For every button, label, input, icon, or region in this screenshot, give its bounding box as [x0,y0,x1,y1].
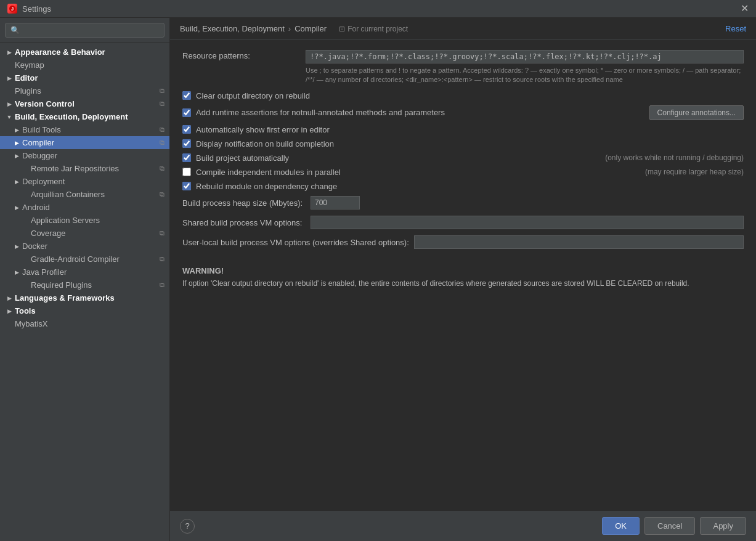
sidebar: Appearance & Behavior Keymap Editor Plug… [0,18,170,541]
warning-title: WARNING! [182,266,744,275]
sidebar-item-label: Editor [15,73,38,83]
sidebar-item-compiler[interactable]: Compiler ⧉ [0,136,169,149]
sidebar-item-arquillian[interactable]: Arquillian Containers ⧉ [0,188,169,201]
resource-patterns-row: Resource patterns: Use ; to separate pat… [182,50,744,85]
shared-vm-input[interactable] [311,216,744,229]
shared-vm-row: Shared build process VM options: [182,216,744,229]
add-runtime-label: Add runtime assertions for notnull-annot… [196,108,644,117]
heap-size-label: Build process heap size (Mbytes): [182,197,306,208]
sidebar-item-debugger[interactable]: Debugger [0,149,169,162]
sidebar-item-plugins[interactable]: Plugins ⧉ [0,84,169,97]
sidebar-item-label: Plugins [15,86,41,96]
sidebar-item-label: Keymap [15,60,44,70]
sidebar-item-gradle-android[interactable]: Gradle-Android Compiler ⧉ [0,253,169,266]
sidebar-item-editor[interactable]: Editor [0,71,169,84]
sidebar-item-android[interactable]: Android [0,201,169,214]
search-input[interactable] [5,23,165,38]
breadcrumb-parent: Build, Execution, Deployment [180,24,285,33]
resource-patterns-input[interactable] [306,50,744,63]
rebuild-module-row: Rebuild module on dependency change [182,182,744,191]
close-button[interactable]: ✕ [741,4,749,14]
sidebar-item-tools[interactable]: Tools [0,304,169,317]
sidebar-item-languages[interactable]: Languages & Frameworks [0,291,169,304]
copy-icon: ⧉ [160,139,165,147]
arrow-icon [12,152,21,160]
sidebar-item-label: Remote Jar Repositories [31,164,119,173]
build-auto-checkbox[interactable] [182,153,191,162]
sidebar-item-label: MybatisX [15,319,47,328]
compile-parallel-checkbox[interactable] [182,168,191,176]
sidebar-item-label: Java Profiler [22,267,67,277]
sidebar-item-version-control[interactable]: Version Control ⧉ [0,97,169,110]
sidebar-item-mybatisx[interactable]: MybatisX [0,317,169,330]
cancel-button[interactable]: Cancel [644,517,695,535]
copy-icon: ⧉ [160,190,165,198]
sidebar-item-remote-jar[interactable]: Remote Jar Repositories ⧉ [0,162,169,175]
copy-icon: ⧉ [160,100,165,108]
sidebar-item-appearance[interactable]: Appearance & Behavior [0,46,169,59]
content-body: Resource patterns: Use ; to separate pat… [170,40,756,510]
copy-icon: ⧉ [160,229,165,237]
breadcrumb-current: Compiler [295,24,327,33]
sidebar-item-label: Application Servers [31,216,100,225]
sidebar-item-app-servers[interactable]: Application Servers [0,214,169,227]
build-auto-note: (only works while not running / debuggin… [605,153,744,162]
window-title: Settings [22,4,51,14]
arrow-icon [12,242,21,251]
sidebar-item-java-profiler[interactable]: Java Profiler [0,266,169,279]
sidebar-item-build-exec[interactable]: Build, Execution, Deployment [0,110,169,123]
arrow-icon [12,268,21,277]
app-icon: J [7,4,17,14]
arrow-icon [5,48,14,57]
sidebar-item-label: Docker [22,242,47,251]
sidebar-item-deployment[interactable]: Deployment [0,175,169,188]
resource-patterns-field: Use ; to separate patterns and ! to nega… [306,50,744,85]
clear-output-checkbox[interactable] [182,91,191,100]
footer-buttons: OK Cancel Apply [602,517,746,535]
sidebar-item-label: Build Tools [22,125,61,134]
rebuild-module-checkbox[interactable] [182,182,191,190]
copy-icon: ⧉ [160,87,165,95]
clear-output-label: Clear output directory on rebuild [196,91,744,100]
copy-icon: ⧉ [160,255,165,263]
arrow-icon [5,74,14,83]
heap-size-input[interactable] [311,196,360,209]
build-auto-row: Build project automatically (only works … [182,153,744,163]
copy-icon: ⧉ [160,281,165,289]
user-vm-label: User-local build process VM options (ove… [182,237,409,247]
configure-annotations-button[interactable]: Configure annotations... [649,105,744,120]
user-vm-input[interactable] [414,235,744,249]
arrow-icon [5,100,14,108]
apply-button[interactable]: Apply [700,517,746,535]
sidebar-item-label: Compiler [22,138,54,147]
arrow-icon [12,177,21,186]
auto-show-error-row: Automatically show first error in editor [182,125,744,134]
ok-button[interactable]: OK [602,517,640,535]
arrow-icon [12,126,21,134]
build-auto-label: Build project automatically [196,153,595,163]
warning-box: WARNING! If option 'Clear output directo… [182,261,744,294]
sidebar-tree: Appearance & Behavior Keymap Editor Plug… [0,43,169,541]
arrow-icon [5,294,14,303]
reset-button[interactable]: Reset [725,24,746,33]
add-runtime-checkbox[interactable] [182,108,191,117]
compile-parallel-note: (may require larger heap size) [645,168,744,176]
display-notification-row: Display notification on build completion [182,139,744,148]
sidebar-item-coverage[interactable]: Coverage ⧉ [0,227,169,240]
display-notification-checkbox[interactable] [182,139,191,148]
breadcrumb-separator: › [288,24,291,33]
content-area: Build, Execution, Deployment › Compiler … [170,18,756,541]
resource-patterns-label: Resource patterns: [182,50,306,60]
resource-patterns-hint: Use ; to separate patterns and ! to nega… [306,66,744,85]
sidebar-item-keymap[interactable]: Keymap [0,59,169,71]
sidebar-item-label: Debugger [22,151,57,160]
help-button[interactable]: ? [180,519,195,534]
sidebar-item-label: Android [22,203,50,212]
sidebar-item-required-plugins[interactable]: Required Plugins ⧉ [0,279,169,291]
sidebar-item-build-tools[interactable]: Build Tools ⧉ [0,123,169,136]
warning-text: If option 'Clear output directory on reb… [182,278,744,289]
sidebar-item-label: Tools [15,306,36,315]
sidebar-item-docker[interactable]: Docker [0,240,169,253]
auto-show-error-checkbox[interactable] [182,125,191,134]
add-runtime-row: Add runtime assertions for notnull-annot… [182,105,744,120]
